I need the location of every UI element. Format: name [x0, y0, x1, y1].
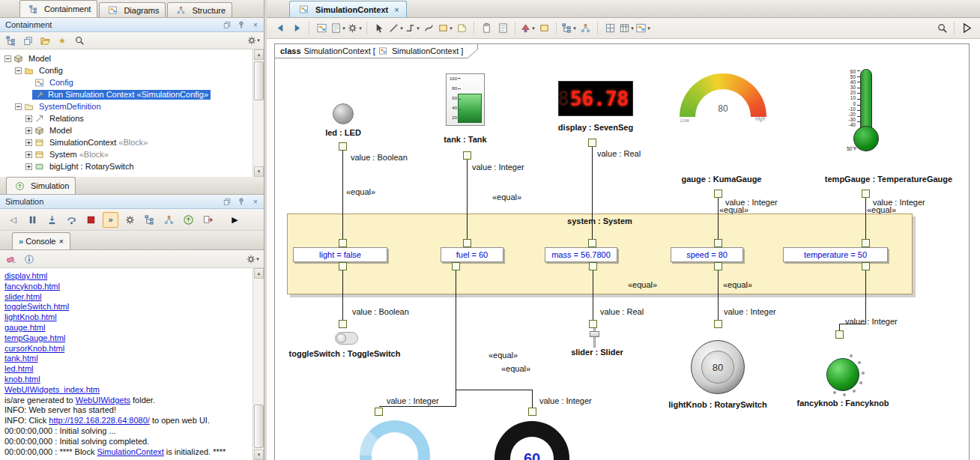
console-link[interactable]: toggleSwitch.html — [4, 302, 69, 311]
scroll-down-icon[interactable]: ▼ — [254, 450, 264, 460]
restore-panel-icon[interactable] — [221, 196, 233, 208]
search-icon[interactable] — [73, 34, 86, 47]
slider-widget[interactable] — [588, 327, 602, 348]
legend-icon[interactable]: ▾ — [635, 21, 650, 36]
connector-fuel-donut[interactable] — [379, 406, 456, 407]
tree-item-config[interactable]: Config — [0, 76, 252, 88]
paste-icon[interactable] — [479, 21, 494, 36]
sevenseg-widget[interactable]: 856.78 — [558, 81, 633, 116]
copy-icon[interactable] — [495, 21, 510, 36]
restore-panel-icon[interactable] — [221, 19, 233, 31]
connector-speed-knob[interactable] — [718, 270, 719, 320]
tree-item-systemdefinition[interactable]: − SystemDefinition — [0, 100, 252, 112]
layout-icon[interactable]: ▾ — [561, 21, 576, 36]
light-bottom-port[interactable] — [339, 262, 347, 270]
specification-icon[interactable]: ▾ — [347, 21, 362, 36]
close-panel-icon[interactable]: × — [249, 196, 261, 208]
connector-tank-fuel[interactable] — [467, 160, 468, 239]
console-link[interactable]: gauge.html — [4, 323, 45, 332]
toggle-port[interactable] — [339, 320, 347, 328]
connector-fuel-dial[interactable] — [532, 390, 533, 408]
relations-display-icon[interactable] — [578, 21, 593, 36]
tree-scrollbar[interactable]: ▲ ▼ — [252, 49, 264, 177]
console-view-icon[interactable]: » — [103, 212, 118, 228]
gauge-port[interactable] — [714, 190, 722, 198]
console-link[interactable]: led.html — [4, 364, 34, 373]
grid-icon[interactable] — [602, 21, 617, 36]
fancyknob-widget[interactable] — [826, 358, 859, 391]
connector-temp-temperature[interactable] — [865, 198, 866, 239]
light-top-port[interactable] — [339, 239, 347, 247]
console-link[interactable]: WebUIWidgets_index.htm — [4, 385, 100, 394]
value-temperature[interactable]: temperature = 50 — [783, 247, 888, 262]
temperature-bottom-port[interactable] — [862, 262, 870, 270]
close-console-icon[interactable]: × — [58, 237, 63, 246]
fancy-port[interactable] — [835, 330, 844, 339]
terminate-icon[interactable] — [83, 212, 99, 228]
console-link[interactable]: cursorKnob.html — [4, 344, 64, 353]
tree-item-config-folder[interactable]: − Config — [0, 64, 252, 76]
expand-tree-icon[interactable] — [4, 34, 17, 47]
console-link[interactable]: http://192.168.228.64:8080/ — [49, 416, 150, 425]
variables-icon[interactable] — [142, 212, 157, 228]
expand-icon[interactable]: + — [25, 163, 32, 170]
tree-item-simulationcontext[interactable]: + SimulationContext «Block» — [0, 136, 252, 148]
selection-tool-icon[interactable] — [372, 21, 387, 36]
fuel-top-port[interactable] — [463, 239, 471, 247]
tempgauge-port[interactable] — [862, 190, 870, 198]
mass-bottom-port[interactable] — [589, 262, 597, 270]
value-mass[interactable]: mass = 56.7800 — [545, 247, 617, 262]
collapse-tree-icon[interactable] — [21, 34, 34, 47]
scroll-up-icon[interactable]: ▲ — [254, 268, 264, 279]
collapse-icon[interactable]: − — [4, 55, 11, 62]
connector-mass-slider[interactable] — [593, 270, 593, 320]
connector-fuel-dial[interactable] — [456, 390, 533, 390]
info-icon[interactable] — [22, 252, 36, 266]
scroll-down-icon[interactable]: ▼ — [254, 166, 264, 177]
connector-temperature-fancy[interactable] — [865, 270, 866, 324]
format-painter-icon[interactable]: ▾ — [520, 21, 535, 36]
pin-panel-icon[interactable] — [235, 196, 247, 208]
tank-port[interactable] — [463, 151, 471, 160]
connector-display-mass[interactable] — [592, 147, 593, 239]
document-dropdown-icon[interactable]: ▾ — [330, 21, 345, 36]
sim-options-icon[interactable] — [122, 212, 138, 228]
led-port[interactable] — [339, 142, 347, 151]
favorites-icon[interactable]: ★ — [55, 34, 69, 47]
temperature-top-port[interactable] — [862, 239, 870, 247]
pin-panel-icon[interactable] — [235, 19, 247, 31]
value-fuel[interactable]: fuel = 60 — [441, 247, 503, 262]
knob-port[interactable] — [714, 320, 722, 328]
tree-item-run-simulation-context[interactable]: Run Simulation Context «SimulationConfig… — [0, 88, 252, 100]
note-tool-icon[interactable] — [454, 21, 469, 36]
start-icon[interactable]: ▶ — [227, 212, 243, 228]
fuel-bottom-port[interactable] — [452, 262, 460, 270]
console-link[interactable]: SimulationContext — [97, 447, 164, 456]
forward-icon[interactable] — [289, 21, 304, 36]
speed-top-port[interactable] — [714, 239, 722, 247]
close-panel-icon[interactable]: × — [249, 19, 261, 31]
path-tool-icon[interactable]: ▾ — [405, 21, 420, 36]
tab-structure[interactable]: Structure — [167, 2, 232, 17]
expand-icon[interactable]: + — [25, 127, 32, 134]
tank-widget[interactable]: 10080604020 — [446, 73, 485, 126]
clear-console-icon[interactable] — [4, 252, 18, 266]
dial-port[interactable] — [528, 408, 536, 416]
step-over-icon[interactable] — [64, 212, 79, 228]
scroll-up-icon[interactable]: ▲ — [254, 49, 264, 60]
export-icon[interactable] — [200, 212, 216, 228]
mass-top-port[interactable] — [588, 239, 596, 247]
connector-led-light[interactable] — [342, 151, 343, 239]
collapse-icon[interactable]: − — [15, 67, 22, 74]
tree-item-biglight[interactable]: + bigLight : RotarySwitch — [0, 160, 252, 172]
tree-item-model-2[interactable]: + Model — [0, 124, 252, 136]
sessions-icon[interactable] — [161, 212, 177, 228]
connector-light-toggle[interactable] — [342, 270, 343, 320]
display-port[interactable] — [588, 139, 596, 147]
connector-fuel-donut[interactable] — [456, 270, 456, 407]
pause-icon[interactable] — [25, 212, 40, 228]
tab-containment[interactable]: Containment — [19, 0, 97, 17]
expand-icon[interactable]: + — [25, 151, 32, 158]
tempgauge-widget[interactable]: 6050403020100-10-20-30-40 50°F — [833, 66, 923, 156]
rotaryswitch-widget[interactable]: 80 — [691, 340, 745, 394]
